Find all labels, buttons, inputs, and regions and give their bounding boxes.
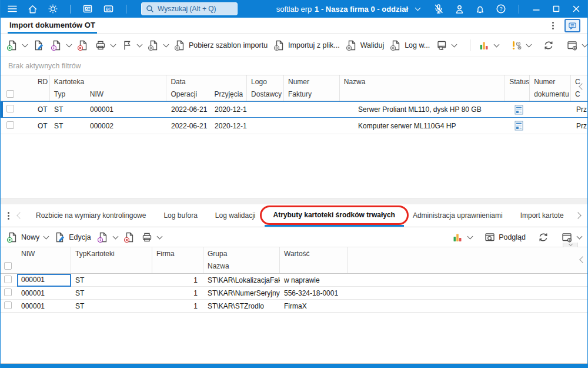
- column-header-przyjecia[interactable]: Przyjęcia: [210, 88, 243, 100]
- waliduj-button[interactable]: Waliduj: [346, 39, 385, 51]
- detail-tab-strip: Rozbicie na wymiary kontrolingowe Log bu…: [1, 204, 587, 227]
- flag-button[interactable]: [121, 39, 142, 51]
- column-group-kartoteka[interactable]: Kartoteka TypNIW: [50, 75, 167, 101]
- tab-log-walidacji[interactable]: Log walidacji: [206, 204, 265, 227]
- refresh-button[interactable]: [543, 39, 554, 51]
- global-search[interactable]: [141, 2, 238, 15]
- cell-data-operacji: 2022-06-21: [167, 122, 211, 130]
- column-group-data[interactable]: Data OperacjiPrzyjęcia: [166, 75, 247, 101]
- bc-icon[interactable]: BC: [102, 3, 115, 15]
- home-icon[interactable]: [27, 4, 38, 15]
- cell-niw-focused[interactable]: 000001: [17, 274, 71, 287]
- tab-administracja-uprawnieniami[interactable]: Administracja uprawnieniami: [404, 204, 512, 227]
- column-header-firma[interactable]: Firma: [152, 247, 203, 273]
- process-document-button[interactable]: [148, 39, 168, 51]
- user-icon[interactable]: [454, 4, 465, 15]
- new-document-button[interactable]: [6, 39, 27, 51]
- cell-typkartoteki: ST: [71, 289, 152, 297]
- new-doc-icon: [6, 231, 18, 243]
- help-icon[interactable]: ?: [495, 3, 507, 15]
- column-header-numer-faktury[interactable]: NumerFaktury: [284, 75, 340, 101]
- edycja-button[interactable]: Edycja: [54, 231, 91, 243]
- select-all-checkbox[interactable]: [4, 262, 12, 270]
- tab-rozbicie-na-wymiary[interactable]: Rozbicie na wymiary kontrolingowe: [27, 204, 155, 227]
- table-row[interactable]: 000001 ST 1 ST\KAR\NumerSeryjny 556-324-…: [1, 287, 587, 300]
- template-doc-icon: [174, 39, 186, 51]
- row-checkbox[interactable]: [6, 105, 14, 112]
- horizontal-scrollbar[interactable]: [1, 198, 587, 204]
- tab-import-kartotek[interactable]: Import kartote: [512, 204, 573, 227]
- column-header-grupa-nazwa[interactable]: GrupaNazwa: [203, 247, 280, 273]
- filter-bar[interactable]: Brak aktywnych filtrów: [1, 57, 587, 75]
- column-header-typkartoteki[interactable]: TypKartoteki: [71, 247, 152, 273]
- mic-off-icon[interactable]: [433, 3, 445, 15]
- company-selector[interactable]: 1 - Nasza firma 0 - oddział: [315, 5, 420, 14]
- print-button[interactable]: [141, 231, 162, 243]
- tab-strip-menu-icon[interactable]: [6, 211, 11, 221]
- tab-log-bufora[interactable]: Log bufora: [155, 204, 206, 227]
- column-header-niw[interactable]: NIW: [86, 88, 103, 100]
- chevron-down-icon: [582, 42, 588, 48]
- info-document-button[interactable]: [97, 231, 118, 243]
- info-doc-icon: [97, 231, 109, 243]
- table-row[interactable]: OT ST 000002 2022-06-21 2020-12-1 Komput…: [1, 118, 587, 134]
- new-doc-icon: [6, 39, 18, 51]
- menu-icon[interactable]: [6, 3, 18, 15]
- podglad-label: Podgląd: [499, 233, 526, 241]
- notifications-icon[interactable]: [475, 4, 486, 15]
- podglad-button[interactable]: Podgląd: [484, 231, 526, 243]
- delete-document-button[interactable]: [123, 231, 135, 243]
- tab-atrybuty-kartoteki[interactable]: Atrybuty kartoteki środków trwałych: [265, 204, 404, 227]
- select-all-checkbox[interactable]: [6, 90, 14, 98]
- print-button[interactable]: [95, 39, 115, 51]
- grid-settings-button[interactable]: [561, 231, 582, 243]
- chart-button[interactable]: [452, 231, 472, 243]
- row-checkbox[interactable]: [6, 121, 14, 129]
- nowy-button[interactable]: Nowy: [6, 231, 48, 243]
- row-checkbox[interactable]: [4, 301, 12, 309]
- maximize-icon[interactable]: [551, 4, 562, 14]
- upper-grid-header: RD Kartoteka TypNIW Data OperacjiPrzyjęc…: [1, 75, 587, 101]
- column-header-wartosc[interactable]: Wartość: [280, 247, 348, 273]
- search-input[interactable]: [158, 5, 228, 13]
- table-row[interactable]: 000001 ST 1 ST\KAR\STZrodlo FirmaX: [1, 300, 587, 313]
- cell-firma: 1: [152, 276, 203, 284]
- column-header-operacji[interactable]: Operacji: [166, 88, 210, 100]
- column-header-typ[interactable]: Typ: [50, 88, 86, 100]
- cell-firma: 1: [152, 302, 203, 310]
- refresh-button[interactable]: [537, 231, 549, 243]
- importuj-z-pliku-button[interactable]: Importuj z plik...: [273, 39, 340, 51]
- delete-document-button[interactable]: [77, 39, 89, 51]
- log-button[interactable]: Log w...: [390, 39, 430, 51]
- cell-wartosc: FirmaX: [280, 302, 348, 310]
- column-header-logo-dostawcy[interactable]: LogoDostawcy: [247, 75, 284, 101]
- minimize-icon[interactable]: [531, 4, 542, 14]
- tab-import-dokumentow-ot[interactable]: Import dokumentów OT: [8, 18, 97, 34]
- print-icon: [141, 231, 153, 243]
- column-header-rd[interactable]: RD: [34, 75, 50, 101]
- row-checkbox[interactable]: [4, 276, 12, 283]
- column-header-clipped[interactable]: CC: [571, 75, 587, 101]
- column-header-numer-dokumentu[interactable]: Numerdokumentu: [530, 75, 571, 101]
- column-header-niw[interactable]: NIW: [17, 247, 71, 273]
- edit-document-button[interactable]: [33, 39, 45, 51]
- column-header-nazwa[interactable]: Nazwa: [340, 75, 505, 101]
- table-row[interactable]: OT ST 000001 2022-06-21 2020-12-1 Serwer…: [1, 101, 587, 118]
- news-icon[interactable]: [82, 3, 93, 15]
- more-options-icon[interactable]: [551, 21, 555, 31]
- export-device-button[interactable]: [436, 39, 456, 51]
- delete-doc-icon: [123, 231, 135, 243]
- grid-settings-button[interactable]: [566, 39, 587, 51]
- table-row[interactable]: 000001 ST 1 ST\KAR\LokalizacjaFakty w na…: [1, 274, 587, 287]
- scroll-tabs-left-icon[interactable]: [16, 212, 23, 218]
- pobierz-szablon-button[interactable]: Pobierz szablon importu: [174, 39, 268, 51]
- column-header-status[interactable]: Status: [505, 75, 530, 101]
- chat-button[interactable]: [564, 19, 580, 32]
- close-icon[interactable]: [571, 4, 582, 14]
- info-document-button[interactable]: [51, 39, 71, 51]
- scroll-tabs-right-icon[interactable]: [574, 212, 581, 218]
- chart-button[interactable]: [478, 39, 499, 51]
- assistant-icon[interactable]: [47, 3, 59, 15]
- row-checkbox[interactable]: [4, 289, 12, 296]
- warnings-button[interactable]: [510, 39, 531, 51]
